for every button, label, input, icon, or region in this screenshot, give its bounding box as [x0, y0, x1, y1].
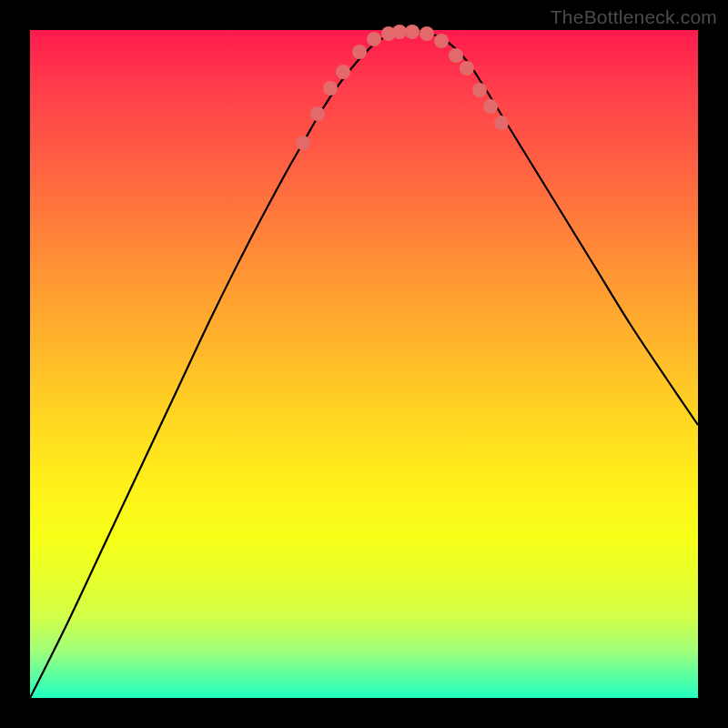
highlight-dot	[494, 116, 509, 130]
highlight-dot	[434, 34, 449, 48]
plot-area	[30, 30, 698, 698]
curve-svg	[30, 30, 698, 698]
highlight-dot	[405, 25, 420, 39]
highlight-dot	[392, 25, 407, 39]
bottleneck-curve	[30, 32, 698, 698]
highlight-dot	[296, 136, 310, 150]
highlight-dot	[483, 99, 498, 114]
highlight-dot	[352, 45, 367, 59]
chart-frame: TheBottleneck.com	[0, 0, 728, 728]
highlight-dot	[472, 83, 487, 97]
highlight-dot	[449, 48, 463, 63]
highlight-dot	[323, 81, 338, 96]
watermark-text: TheBottleneck.com	[551, 6, 717, 28]
highlight-dots-group	[296, 25, 509, 150]
highlight-dot	[367, 32, 381, 46]
highlight-dot	[336, 65, 350, 79]
highlight-dot	[460, 61, 474, 76]
highlight-dot	[420, 26, 434, 41]
highlight-dot	[310, 106, 325, 121]
